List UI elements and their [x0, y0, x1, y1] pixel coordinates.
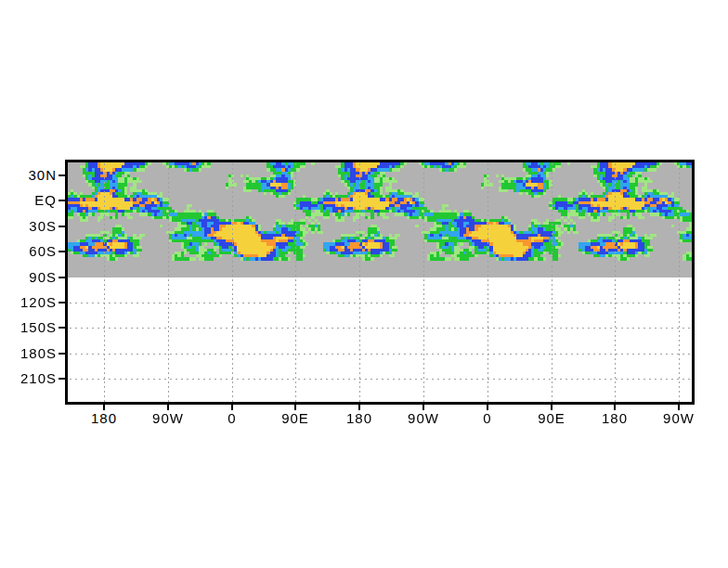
x-axis-tick-mark	[614, 405, 616, 410]
x-axis-tick-mark	[551, 405, 552, 410]
y-axis-tick-mark	[58, 277, 65, 278]
y-axis-tick-label: 150S	[0, 319, 57, 336]
x-axis-tick-label: 90W	[397, 410, 449, 427]
y-axis-tick-label: EQ	[0, 192, 57, 209]
y-axis-tick-label: 90S	[0, 269, 57, 286]
y-axis-tick-label: 120S	[0, 294, 57, 311]
x-axis-tick-label: 90W	[142, 410, 194, 427]
x-axis-tick-label: 90W	[653, 410, 705, 427]
x-axis-tick-mark	[358, 405, 360, 410]
y-axis-tick-mark	[58, 200, 65, 201]
y-axis-tick-label: 30N	[0, 167, 57, 184]
y-axis-tick-mark	[58, 378, 65, 380]
x-axis-tick-label: 0	[206, 410, 258, 427]
plot-frame	[65, 160, 695, 405]
y-axis-tick-mark	[58, 174, 65, 176]
y-axis-tick-label: 180S	[0, 345, 57, 362]
x-axis-tick-mark	[103, 405, 105, 410]
x-axis-tick-label: 0	[462, 410, 514, 427]
x-axis-tick-mark	[231, 405, 233, 410]
x-axis-tick-label: 180	[78, 410, 130, 427]
y-axis-tick-mark	[58, 226, 65, 227]
x-axis-tick-mark	[487, 405, 488, 410]
y-axis-tick-label: 210S	[0, 370, 57, 387]
y-axis-tick-mark	[58, 353, 65, 355]
x-axis-tick-label: 90E	[269, 410, 321, 427]
x-axis-tick-label: 180	[333, 410, 385, 427]
y-axis-tick-mark	[58, 251, 65, 252]
x-axis-tick-mark	[294, 405, 296, 410]
x-axis-tick-mark	[167, 405, 169, 410]
y-axis-tick-label: 30S	[0, 218, 57, 235]
x-axis-tick-label: 180	[589, 410, 641, 427]
y-axis-tick-mark	[58, 327, 65, 329]
y-axis-tick-label: 60S	[0, 243, 57, 260]
x-axis-tick-mark	[422, 405, 424, 410]
grads-plot-window: 30NEQ30S60S90S120S150S180S210S 18090W090…	[0, 0, 728, 568]
y-axis-tick-mark	[58, 302, 65, 303]
x-axis-tick-label: 90E	[526, 410, 578, 427]
x-axis-tick-mark	[678, 405, 680, 410]
